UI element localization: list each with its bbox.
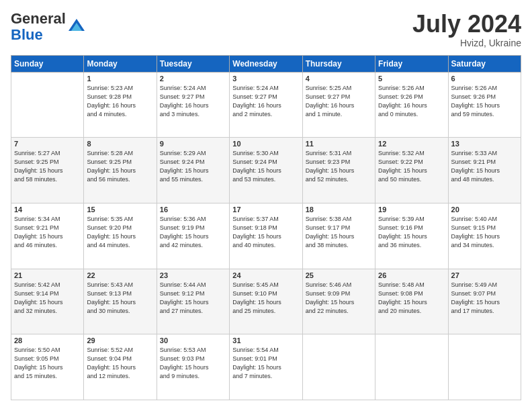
cell-content: Sunrise: 5:40 AM Sunset: 9:15 PM Dayligh… (451, 215, 518, 250)
day-number: 4 (306, 75, 372, 83)
cell-w5-d7 (448, 334, 521, 400)
week-row-3: 14Sunrise: 5:34 AM Sunset: 9:21 PM Dayli… (11, 203, 521, 269)
cell-content: Sunrise: 5:44 AM Sunset: 9:12 PM Dayligh… (160, 281, 226, 316)
col-friday: Friday (375, 55, 448, 72)
day-number: 2 (160, 75, 226, 83)
logo-icon (67, 17, 86, 36)
day-number: 15 (87, 205, 153, 214)
cell-w3-d7: 20Sunrise: 5:40 AM Sunset: 9:15 PM Dayli… (448, 203, 521, 269)
logo: General Blue (11, 11, 86, 43)
cell-content: Sunrise: 5:23 AM Sunset: 9:28 PM Dayligh… (87, 84, 153, 119)
cell-w3-d1: 14Sunrise: 5:34 AM Sunset: 9:21 PM Dayli… (11, 203, 84, 269)
cell-w5-d4: 31Sunrise: 5:54 AM Sunset: 9:01 PM Dayli… (230, 334, 302, 400)
cell-w4-d5: 25Sunrise: 5:46 AM Sunset: 9:09 PM Dayli… (302, 269, 375, 334)
cell-content: Sunrise: 5:49 AM Sunset: 9:07 PM Dayligh… (451, 281, 518, 316)
cell-content: Sunrise: 5:25 AM Sunset: 9:27 PM Dayligh… (306, 84, 372, 119)
day-number: 28 (14, 336, 81, 345)
day-number: 9 (160, 140, 226, 148)
col-thursday: Thursday (302, 55, 375, 72)
cell-content: Sunrise: 5:53 AM Sunset: 9:03 PM Dayligh… (160, 346, 226, 381)
cell-w5-d3: 30Sunrise: 5:53 AM Sunset: 9:03 PM Dayli… (157, 334, 229, 400)
cell-content: Sunrise: 5:26 AM Sunset: 9:26 PM Dayligh… (451, 84, 518, 119)
title-block: July 2024 Hvizd, Ukraine (412, 11, 521, 48)
day-number: 26 (378, 271, 445, 279)
cell-w2-d4: 10Sunrise: 5:30 AM Sunset: 9:24 PM Dayli… (230, 138, 302, 203)
cell-w5-d1: 28Sunrise: 5:50 AM Sunset: 9:05 PM Dayli… (11, 334, 84, 400)
week-row-5: 28Sunrise: 5:50 AM Sunset: 9:05 PM Dayli… (11, 334, 521, 400)
day-number: 13 (451, 140, 518, 148)
cell-content: Sunrise: 5:32 AM Sunset: 9:22 PM Dayligh… (378, 149, 445, 184)
cell-content: Sunrise: 5:26 AM Sunset: 9:26 PM Dayligh… (378, 84, 445, 119)
col-saturday: Saturday (448, 55, 521, 72)
month-title: July 2024 (412, 11, 521, 38)
cell-w1-d6: 5Sunrise: 5:26 AM Sunset: 9:26 PM Daylig… (375, 72, 448, 138)
cell-w1-d1 (11, 72, 84, 138)
cell-content: Sunrise: 5:37 AM Sunset: 9:18 PM Dayligh… (232, 215, 299, 250)
cell-content: Sunrise: 5:27 AM Sunset: 9:25 PM Dayligh… (14, 149, 81, 184)
day-number: 24 (232, 271, 299, 279)
cell-content: Sunrise: 5:33 AM Sunset: 9:21 PM Dayligh… (451, 149, 518, 184)
logo-blue: Blue (11, 26, 43, 43)
cell-content: Sunrise: 5:24 AM Sunset: 9:27 PM Dayligh… (160, 84, 226, 119)
cell-w4-d6: 26Sunrise: 5:48 AM Sunset: 9:08 PM Dayli… (375, 269, 448, 334)
col-wednesday: Wednesday (230, 55, 302, 72)
cell-content: Sunrise: 5:35 AM Sunset: 9:20 PM Dayligh… (87, 215, 153, 250)
logo-general: General (11, 10, 66, 27)
header: General Blue July 2024 Hvizd, Ukraine (11, 11, 521, 48)
week-row-2: 7Sunrise: 5:27 AM Sunset: 9:25 PM Daylig… (11, 138, 521, 203)
day-number: 27 (451, 271, 518, 279)
cell-w4-d7: 27Sunrise: 5:49 AM Sunset: 9:07 PM Dayli… (448, 269, 521, 334)
calendar-table: Sunday Monday Tuesday Wednesday Thursday… (11, 55, 521, 400)
cell-w1-d7: 6Sunrise: 5:26 AM Sunset: 9:26 PM Daylig… (448, 72, 521, 138)
cell-w2-d2: 8Sunrise: 5:28 AM Sunset: 9:25 PM Daylig… (84, 138, 157, 203)
cell-w1-d4: 3Sunrise: 5:24 AM Sunset: 9:27 PM Daylig… (230, 72, 302, 138)
col-tuesday: Tuesday (157, 55, 229, 72)
cell-w4-d3: 23Sunrise: 5:44 AM Sunset: 9:12 PM Dayli… (157, 269, 229, 334)
cell-content: Sunrise: 5:29 AM Sunset: 9:24 PM Dayligh… (160, 149, 226, 184)
cell-content: Sunrise: 5:39 AM Sunset: 9:16 PM Dayligh… (378, 215, 445, 250)
cell-w5-d2: 29Sunrise: 5:52 AM Sunset: 9:04 PM Dayli… (84, 334, 157, 400)
day-number: 6 (451, 75, 518, 83)
day-number: 23 (160, 271, 226, 279)
cell-w4-d4: 24Sunrise: 5:45 AM Sunset: 9:10 PM Dayli… (230, 269, 302, 334)
cell-w2-d1: 7Sunrise: 5:27 AM Sunset: 9:25 PM Daylig… (11, 138, 84, 203)
day-number: 21 (14, 271, 81, 279)
day-number: 17 (232, 205, 299, 214)
day-number: 25 (306, 271, 372, 279)
day-number: 1 (87, 75, 153, 83)
cell-content: Sunrise: 5:43 AM Sunset: 9:13 PM Dayligh… (87, 281, 153, 316)
day-number: 11 (306, 140, 372, 148)
cell-w3-d3: 16Sunrise: 5:36 AM Sunset: 9:19 PM Dayli… (157, 203, 229, 269)
cell-w2-d5: 11Sunrise: 5:31 AM Sunset: 9:23 PM Dayli… (302, 138, 375, 203)
col-sunday: Sunday (11, 55, 84, 72)
cell-content: Sunrise: 5:28 AM Sunset: 9:25 PM Dayligh… (87, 149, 153, 184)
day-number: 7 (14, 140, 81, 148)
cell-w1-d2: 1Sunrise: 5:23 AM Sunset: 9:28 PM Daylig… (84, 72, 157, 138)
cell-content: Sunrise: 5:42 AM Sunset: 9:14 PM Dayligh… (14, 281, 81, 316)
cell-content: Sunrise: 5:45 AM Sunset: 9:10 PM Dayligh… (232, 281, 299, 316)
cell-content: Sunrise: 5:24 AM Sunset: 9:27 PM Dayligh… (232, 84, 299, 119)
cell-content: Sunrise: 5:50 AM Sunset: 9:05 PM Dayligh… (14, 346, 81, 381)
cell-w3-d6: 19Sunrise: 5:39 AM Sunset: 9:16 PM Dayli… (375, 203, 448, 269)
page: General Blue July 2024 Hvizd, Ukraine Su… (0, 0, 532, 411)
day-number: 12 (378, 140, 445, 148)
location: Hvizd, Ukraine (412, 38, 521, 48)
cell-w4-d1: 21Sunrise: 5:42 AM Sunset: 9:14 PM Dayli… (11, 269, 84, 334)
cell-w3-d5: 18Sunrise: 5:38 AM Sunset: 9:17 PM Dayli… (302, 203, 375, 269)
day-number: 30 (160, 336, 226, 345)
cell-content: Sunrise: 5:54 AM Sunset: 9:01 PM Dayligh… (232, 346, 299, 381)
day-number: 8 (87, 140, 153, 148)
day-number: 16 (160, 205, 226, 214)
cell-w5-d6 (375, 334, 448, 400)
cell-content: Sunrise: 5:48 AM Sunset: 9:08 PM Dayligh… (378, 281, 445, 316)
cell-w3-d2: 15Sunrise: 5:35 AM Sunset: 9:20 PM Dayli… (84, 203, 157, 269)
cell-w5-d5 (302, 334, 375, 400)
day-number: 18 (306, 205, 372, 214)
cell-content: Sunrise: 5:36 AM Sunset: 9:19 PM Dayligh… (160, 215, 226, 250)
day-number: 20 (451, 205, 518, 214)
week-row-4: 21Sunrise: 5:42 AM Sunset: 9:14 PM Dayli… (11, 269, 521, 334)
day-number: 14 (14, 205, 81, 214)
cell-w3-d4: 17Sunrise: 5:37 AM Sunset: 9:18 PM Dayli… (230, 203, 302, 269)
day-number: 22 (87, 271, 153, 279)
day-number: 5 (378, 75, 445, 83)
